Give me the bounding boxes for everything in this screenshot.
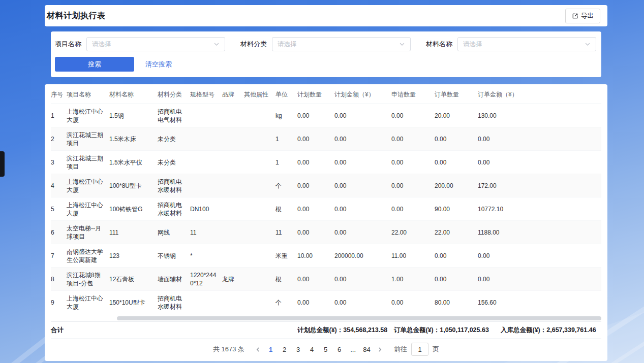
table-cell: 0.00: [391, 127, 435, 151]
pagination-total-text: 共 1673 条: [213, 345, 244, 354]
table-cell: 111: [109, 221, 158, 244]
project-select[interactable]: 请选择: [86, 37, 225, 51]
drawer-toggle[interactable]: [0, 151, 5, 177]
table-cell: [244, 244, 275, 268]
export-button-label: 导出: [581, 12, 594, 20]
table-cell: 0.00: [391, 197, 435, 221]
export-button[interactable]: 导出: [565, 9, 600, 23]
column-header: 申请数量: [391, 84, 435, 104]
table-cell: 0.00: [478, 151, 601, 174]
column-header: 材料名称: [109, 84, 158, 104]
column-header: 订单金额（¥）: [478, 84, 601, 104]
table-cell: 6: [51, 221, 67, 244]
table-cell: 1.00: [391, 268, 435, 291]
material-select[interactable]: 请选择: [457, 37, 596, 51]
summary-total-label: 合计: [51, 326, 64, 335]
table-cell: 上海松江中心大厦: [67, 197, 109, 221]
table-cell: 1.5米木床: [109, 127, 158, 151]
page-title: 材料计划执行表: [47, 11, 106, 21]
page-jump-input[interactable]: [411, 343, 428, 356]
table-cell: 招商机电水暖材料: [158, 174, 190, 197]
table-cell: [222, 127, 244, 151]
table-cell: *: [190, 244, 222, 268]
table-cell: 0.00: [435, 268, 478, 291]
page-button[interactable]: 5: [319, 343, 332, 356]
table-cell: 1: [275, 151, 297, 174]
category-select[interactable]: 请选择: [272, 37, 411, 51]
page-button[interactable]: 6: [332, 343, 346, 356]
table-cell: 1.5钢: [109, 104, 158, 127]
column-header: 计划数量: [297, 84, 334, 104]
table-cell: 0.00: [334, 291, 391, 314]
table-row: 2滨江花城三期项目1.5米木床未分类10.000.000.000.000.00: [51, 127, 601, 151]
table-cell: 200000.00: [334, 244, 391, 268]
table-cell: 1.5米水平仪: [109, 151, 158, 174]
column-header: 序号: [51, 84, 67, 104]
table-cell: 90.00: [435, 197, 478, 221]
table-cell: 22.00: [435, 221, 478, 244]
table-cell: 上海松江中心大厦: [67, 174, 109, 197]
table-cell: 1188.00: [478, 221, 601, 244]
pager-ellipsis[interactable]: ...: [346, 343, 360, 356]
table-cell: [190, 151, 222, 174]
table-cell: 0.00: [435, 127, 478, 151]
table-cell: 0.00: [391, 104, 435, 127]
horizontal-scrollbar: [51, 316, 601, 320]
prev-page-button[interactable]: [252, 343, 264, 356]
table-cell: 0.00: [391, 174, 435, 197]
next-page-button[interactable]: [374, 343, 386, 356]
table-cell: 100铸铁管G: [109, 197, 158, 221]
table-cell: [244, 268, 275, 291]
column-header: 材料分类: [158, 84, 190, 104]
column-header: 单位: [275, 84, 297, 104]
clear-search-link[interactable]: 清空搜索: [145, 60, 172, 69]
page-button[interactable]: 4: [305, 343, 319, 356]
table-cell: 0.00: [297, 151, 334, 174]
page-button[interactable]: 2: [278, 343, 291, 356]
table-row: 8滨江花城8期项目-分包12石膏板墙面辅材1220*2440*12龙牌根0.00…: [51, 268, 601, 291]
table-cell: 0.00: [478, 268, 601, 291]
horizontal-scrollbar-thumb[interactable]: [117, 316, 601, 320]
table-cell: 9: [51, 291, 67, 314]
table-cell: kg: [275, 104, 297, 127]
table-cell: 个: [275, 174, 297, 197]
table-row: 5上海松江中心大厦100铸铁管G招商机电水暖材料DN100根0.000.000.…: [51, 197, 601, 221]
page-button[interactable]: 1: [264, 343, 278, 356]
table-cell: 12石膏板: [109, 268, 158, 291]
filter-actions: 搜索 清空搜索: [55, 57, 596, 72]
table-row: 6太空电梯--月球项目111网线11110.000.0022.0022.0011…: [51, 221, 601, 244]
table-cell: [222, 104, 244, 127]
table-cell: [244, 197, 275, 221]
page-button[interactable]: 84: [360, 343, 374, 356]
page-header: 材料计划执行表 导出: [45, 5, 607, 26]
table-cell: 根: [275, 197, 297, 221]
table-cell: 0.00: [334, 174, 391, 197]
summary-plan-total: 计划总金额(¥)：354,568,213.58: [297, 326, 387, 335]
search-button[interactable]: 搜索: [55, 57, 134, 72]
table-cell: 156.60: [478, 291, 601, 314]
table-cell: 未分类: [158, 127, 190, 151]
table-cell: 7: [51, 244, 67, 268]
main-content: 材料计划执行表 导出 项目名称 请选择: [45, 5, 607, 361]
table-row: 7南钢盛达大学生公寓新建123不锈钢*米重10.00200000.0011.00…: [51, 244, 601, 268]
table-cell: 滨江花城三期项目: [67, 151, 109, 174]
table-cell: 130.00: [478, 104, 601, 127]
table-cell: [222, 291, 244, 314]
table-cell: 4: [51, 174, 67, 197]
page-button[interactable]: 3: [291, 343, 305, 356]
table-cell: [222, 221, 244, 244]
table-cell: 墙面辅材: [158, 268, 190, 291]
jumper-suffix: 页: [433, 345, 439, 354]
data-table-panel: 序号项目名称材料名称材料分类规格型号品牌其他属性单位计划数量计划金额（¥）申请数…: [45, 84, 607, 361]
table-row: 4上海松江中心大厦100*8U型卡招商机电水暖材料个0.000.000.0020…: [51, 174, 601, 197]
chevron-left-icon: [255, 347, 261, 352]
table-cell: 滨江花城三期项目: [67, 127, 109, 151]
table-cell: 0.00: [297, 197, 334, 221]
table-cell: 滨江花城8期项目-分包: [67, 268, 109, 291]
project-name-label: 项目名称: [55, 40, 81, 49]
table-cell: [244, 174, 275, 197]
table-cell: [244, 151, 275, 174]
table-cell: 个: [275, 291, 297, 314]
table-cell: 80.00: [435, 291, 478, 314]
table-header-row: 序号项目名称材料名称材料分类规格型号品牌其他属性单位计划数量计划金额（¥）申请数…: [51, 84, 601, 104]
